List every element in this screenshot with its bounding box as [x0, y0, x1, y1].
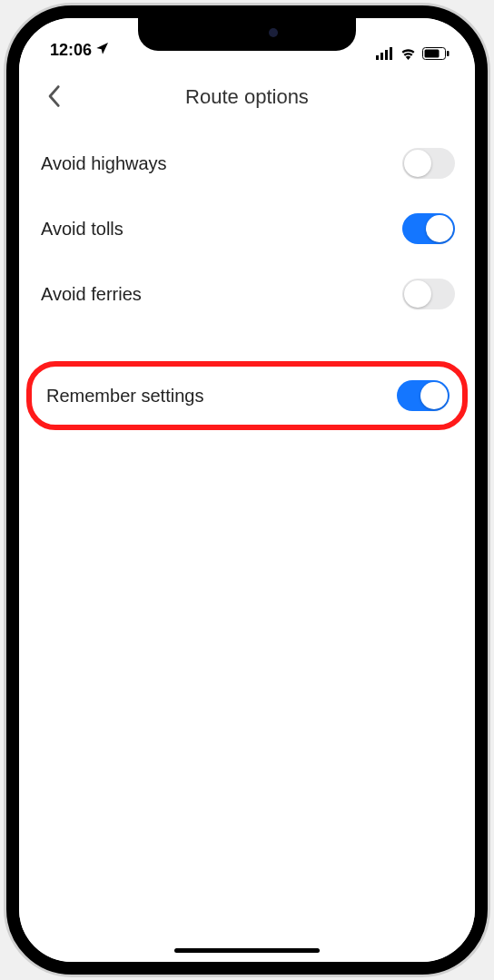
toggle-knob: [404, 150, 431, 177]
avoid-ferries-row: Avoid ferries: [19, 261, 475, 327]
toggle-knob: [404, 280, 431, 308]
front-camera-dot: [269, 28, 278, 37]
location-icon: [95, 41, 110, 60]
cellular-icon: [376, 47, 394, 60]
status-right: [376, 47, 450, 60]
status-left: 12:06: [50, 41, 110, 60]
svg-rect-5: [425, 50, 440, 58]
setting-label: Avoid ferries: [41, 284, 142, 305]
remember-settings-toggle[interactable]: [397, 380, 450, 411]
battery-icon: [422, 47, 450, 60]
svg-rect-0: [376, 55, 379, 60]
svg-rect-3: [390, 47, 392, 60]
avoid-tolls-toggle[interactable]: [402, 213, 455, 244]
svg-rect-2: [385, 50, 388, 60]
setting-label: Avoid tolls: [41, 219, 124, 240]
remember-settings-row: Remember settings: [32, 367, 462, 425]
status-time: 12:06: [50, 41, 92, 60]
settings-list: Avoid highways Avoid tolls Avoid ferries: [19, 125, 475, 430]
home-indicator[interactable]: [174, 948, 320, 953]
svg-rect-6: [447, 51, 450, 56]
device-frame: 12:06: [6, 5, 488, 975]
setting-label: Avoid highways: [41, 153, 167, 174]
back-button[interactable]: [34, 77, 74, 117]
svg-rect-1: [380, 53, 383, 60]
toggle-knob: [420, 382, 448, 409]
screen: 12:06: [19, 18, 475, 962]
page-title: Route options: [185, 85, 309, 109]
setting-label: Remember settings: [46, 386, 203, 407]
highlight-annotation: Remember settings: [26, 361, 468, 430]
nav-bar: Route options: [19, 69, 475, 125]
section-spacer: [19, 327, 475, 361]
avoid-highways-row: Avoid highways: [19, 131, 475, 196]
avoid-highways-toggle[interactable]: [402, 148, 455, 179]
wifi-icon: [400, 47, 417, 60]
status-bar: 12:06: [19, 18, 475, 62]
toggle-knob: [426, 215, 453, 242]
avoid-ferries-toggle[interactable]: [402, 279, 455, 309]
chevron-left-icon: [46, 84, 61, 111]
avoid-tolls-row: Avoid tolls: [19, 196, 475, 261]
